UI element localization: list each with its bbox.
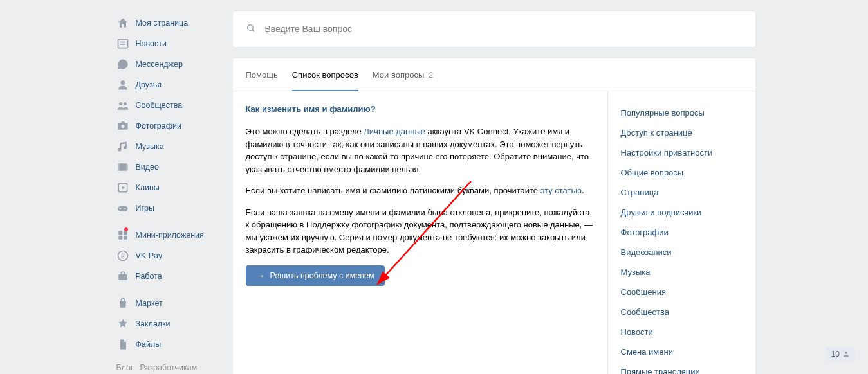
sidebar-item-label: Новости [136,39,167,48]
topic-link[interactable]: Настройки приватности [608,143,755,163]
search-input[interactable] [265,24,743,34]
footer-links: БлогРазработчикамРекламаЕщё ˅ [113,355,222,374]
topic-link[interactable]: Сообщения [608,282,755,302]
main: ПомощьСписок вопросовМои вопросы 2 Как и… [232,0,756,374]
article-paragraph: Если ваша заявка на смену имени и фамили… [246,206,595,256]
sidebar-item-market[interactable]: Маркет [113,293,222,314]
topic-link[interactable]: Видеозаписи [608,242,755,262]
svg-rect-17 [118,236,122,240]
arrow-right-icon: → [256,271,265,281]
sidebar-item-jobs[interactable]: Работа [113,266,222,287]
bookmarks-icon [116,317,129,330]
article-text: . [582,186,584,195]
sidebar-item-messenger[interactable]: Мессенджер [113,54,222,75]
svg-line-23 [252,30,254,31]
groups-icon [116,99,129,112]
files-icon [116,338,129,351]
topic-link[interactable]: Фотографии [608,222,755,242]
sidebar-item-miniapps[interactable]: Мини-приложения [113,225,222,245]
sidebar-item-files[interactable]: Файлы [113,334,222,355]
svg-point-14 [124,208,125,209]
vkpay-icon: ₽ [116,249,129,262]
sidebar-item-label: Моя страница [136,19,189,28]
svg-point-3 [120,80,125,85]
topic-link[interactable]: Смена имени [608,342,755,362]
person-icon [842,350,850,358]
sidebar-item-clips[interactable]: Клипы [113,177,222,198]
article-text: Это можно сделать в разделе [246,127,364,136]
market-icon [116,297,129,310]
notification-dot-icon [124,227,128,231]
latin-article-link[interactable]: эту статью [540,186,582,195]
tab-список-вопросов[interactable]: Список вопросов [292,58,358,91]
svg-rect-10 [118,163,120,171]
sidebar-item-groups[interactable]: Сообщества [113,95,222,116]
footer-link[interactable]: Блог [116,363,134,372]
topic-link[interactable]: Страница [608,183,755,202]
music-icon [116,140,129,153]
sidebar: Моя страницаНовостиМессенджерДрузьяСообщ… [113,0,222,374]
solve-name-problem-button[interactable]: → Решить проблему с именем [246,265,385,286]
button-label: Решить проблему с именем [270,271,374,280]
search-icon [246,23,256,35]
sidebar-item-label: Закладки [136,319,171,328]
svg-point-5 [123,102,126,105]
svg-rect-8 [121,121,124,123]
home-icon [116,17,129,30]
friends-icon [116,78,129,91]
clips-icon [116,181,129,194]
sidebar-item-friends[interactable]: Друзья [113,75,222,95]
sidebar-item-games[interactable]: Игры [113,198,222,218]
sidebar-item-video[interactable]: Видео [113,157,222,177]
games-icon [116,202,129,215]
topic-link[interactable]: Новости [608,322,755,342]
article-paragraph: Это можно сделать в разделе Личные данны… [246,125,595,175]
sidebar-item-label: VK Pay [136,251,163,260]
article-title: Как изменить имя и фамилию? [246,104,595,114]
photos-icon [116,120,129,132]
topic-link[interactable]: Общие вопросы [608,163,755,183]
sidebar-item-vkpay[interactable]: ₽VK Pay [113,245,222,266]
news-icon [116,37,129,50]
search-box[interactable] [232,10,756,48]
sidebar-item-bookmarks[interactable]: Закладки [113,314,222,334]
sidebar-item-music[interactable]: Музыка [113,136,222,157]
sidebar-item-label: Друзья [136,80,162,89]
article-text: Если вы хотите написать имя и фамилию ла… [246,186,540,195]
svg-point-7 [121,125,124,128]
topic-link[interactable]: Популярные вопросы [608,103,755,123]
sidebar-item-label: Мессенджер [136,60,183,69]
topic-link[interactable]: Прямые трансляции [608,362,755,374]
article: Как изменить имя и фамилию? Это можно сд… [233,91,607,374]
topic-link[interactable]: Музыка [608,262,755,282]
svg-text:₽: ₽ [121,253,125,259]
tab-count: 2 [429,70,433,80]
topic-link[interactable]: Доступ к странице [608,123,755,143]
sidebar-item-home[interactable]: Моя страница [113,13,222,33]
sidebar-item-label: Маркет [136,299,163,308]
personal-data-link[interactable]: Личные данные [364,127,425,136]
topic-link[interactable]: Сообщества [608,302,755,322]
svg-rect-18 [123,236,127,240]
svg-point-25 [845,352,847,354]
messenger-icon [116,58,129,71]
sidebar-item-news[interactable]: Новости [113,33,222,54]
sidebar-item-label: Файлы [136,340,162,349]
sidebar-item-label: Клипы [136,183,160,192]
sidebar-item-label: Работа [136,272,162,281]
sidebar-item-label: Видео [136,163,160,172]
tab-помощь[interactable]: Помощь [246,58,278,91]
footer-link[interactable]: Разработчикам [140,363,198,372]
sidebar-item-label: Мини-приложения [136,231,204,240]
video-icon [116,161,129,174]
topic-link[interactable]: Друзья и подписчики [608,202,755,222]
svg-rect-11 [126,163,128,171]
sidebar-item-label: Сообщества [136,101,183,110]
notification-badge[interactable]: 10 [826,347,855,361]
sidebar-item-photos[interactable]: Фотографии [113,116,222,136]
tabs: ПомощьСписок вопросовМои вопросы 2 [233,58,755,91]
tab-мои-вопросы[interactable]: Мои вопросы 2 [373,58,433,91]
sidebar-item-label: Фотографии [136,121,181,130]
svg-rect-16 [123,231,127,235]
svg-point-4 [119,102,122,105]
